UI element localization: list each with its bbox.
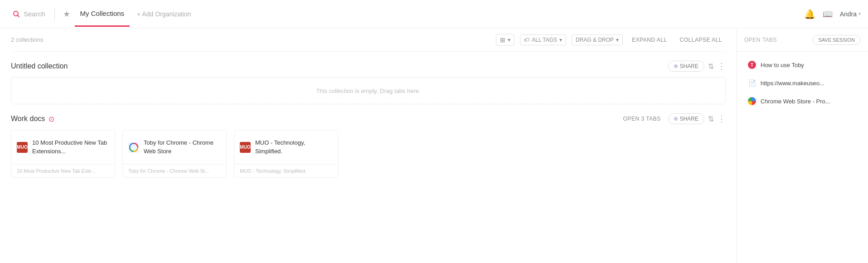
card-top: MUO MUO - Technology, Simplified. xyxy=(234,130,338,164)
tab-favicon: T xyxy=(748,61,756,69)
work-docs-sort-icon[interactable]: ⇅ xyxy=(708,115,714,123)
user-name: Andra xyxy=(840,10,857,18)
card-title: Toby for Chrome - Chrome Web Store xyxy=(144,139,221,155)
card-footer: Toby for Chrome - Chrome Web St... xyxy=(123,164,226,177)
notifications-icon[interactable]: 🔔 xyxy=(804,9,815,19)
card-title: 10 Most Productive New Tab Extensions... xyxy=(32,139,109,155)
untitled-share-button[interactable]: SHARE xyxy=(668,61,704,72)
open-tabs-label: OPEN TABS xyxy=(744,37,777,43)
card-title: MUO - Technology, Simplified. xyxy=(255,139,332,155)
user-chevron-icon: ▾ xyxy=(858,11,861,16)
card-footer: MUO - Technology, Simplified. xyxy=(234,164,338,177)
sidebar-tab-label: How to use Toby xyxy=(761,62,804,68)
nav-right: 🔔 📖 Andra ▾ xyxy=(804,9,861,19)
search-icon xyxy=(13,10,20,18)
share-dot-icon-2 xyxy=(674,117,678,121)
tab-favicon xyxy=(748,97,756,105)
add-organization-button[interactable]: + Add Organization xyxy=(137,10,191,18)
drag-drop-button[interactable]: DRAG & DROP ▾ xyxy=(572,34,623,45)
work-docs-collection: Work docs ⊙ OPEN 3 TABS SHARE ⇅ ⋮ MUO 10… xyxy=(11,113,726,178)
my-collections-tab[interactable]: My Collections xyxy=(75,10,130,27)
work-docs-actions: OPEN 3 TABS SHARE ⇅ ⋮ xyxy=(620,113,726,124)
all-tags-label: ALL TAGS xyxy=(532,37,557,43)
untitled-sort-icon[interactable]: ⇅ xyxy=(708,62,714,71)
work-docs-header: Work docs ⊙ OPEN 3 TABS SHARE ⇅ ⋮ xyxy=(11,113,726,124)
sidebar-tabs-list: T How to use Toby 📄 https://www.makeuseo… xyxy=(737,52,868,263)
work-docs-card-0[interactable]: MUO 10 Most Productive New Tab Extension… xyxy=(11,130,115,178)
drag-drop-chevron: ▾ xyxy=(616,37,619,43)
sidebar-tab-label: Chrome Web Store - Pro... xyxy=(761,98,830,105)
grid-icon: ⊞ xyxy=(500,36,505,44)
grid-view-button[interactable]: ⊞ ▾ xyxy=(496,34,514,46)
collapse-all-button[interactable]: COLLAPSE ALL xyxy=(676,35,726,45)
card-favicon xyxy=(128,142,139,153)
collections-count: 2 collections xyxy=(11,36,44,43)
work-docs-more-icon[interactable]: ⋮ xyxy=(718,114,726,124)
work-docs-card-2[interactable]: MUO MUO - Technology, Simplified. MUO - … xyxy=(234,130,338,178)
svg-line-1 xyxy=(18,15,19,17)
work-docs-cards: MUO 10 Most Productive New Tab Extension… xyxy=(11,130,726,178)
work-docs-share-label: SHARE xyxy=(680,116,698,122)
tab-favicon: 📄 xyxy=(748,79,756,87)
sidebar-tab-item-0[interactable]: T How to use Toby xyxy=(741,56,864,73)
save-session-button[interactable]: SAVE SESSION xyxy=(813,35,861,45)
work-docs-toggle-icon[interactable]: ⊙ xyxy=(48,115,54,123)
untitled-collection: Untitled collection SHARE ⇅ ⋮ This colle… xyxy=(11,61,726,104)
all-tags-button[interactable]: 🏷 ALL TAGS ▾ xyxy=(520,34,566,45)
card-top: MUO 10 Most Productive New Tab Extension… xyxy=(11,130,115,164)
card-footer: 10 Most Productive New Tab Exte... xyxy=(11,164,115,177)
untitled-more-icon[interactable]: ⋮ xyxy=(718,61,726,71)
untitled-collection-actions: SHARE ⇅ ⋮ xyxy=(668,61,726,72)
open-3-tabs-button[interactable]: OPEN 3 TABS xyxy=(620,114,664,124)
card-favicon: MUO xyxy=(17,142,28,153)
untitled-collection-header: Untitled collection SHARE ⇅ ⋮ xyxy=(11,61,726,72)
sidebar-tab-item-2[interactable]: Chrome Web Store - Pro... xyxy=(741,93,864,110)
tags-chevron: ▾ xyxy=(559,37,562,43)
left-content: 2 collections ⊞ ▾ 🏷 ALL TAGS ▾ DRAG & DR… xyxy=(0,28,737,263)
work-docs-card-1[interactable]: Toby for Chrome - Chrome Web Store Toby … xyxy=(122,130,227,178)
top-nav: Search ★ My Collections + Add Organizati… xyxy=(0,0,868,28)
nav-divider xyxy=(54,7,55,21)
sidebar-tab-label: https://www.makeuseo... xyxy=(761,80,824,87)
card-top: Toby for Chrome - Chrome Web Store xyxy=(123,130,226,164)
sidebar-header: OPEN TABS SAVE SESSION xyxy=(737,28,868,52)
card-favicon: MUO xyxy=(240,142,251,153)
tag-icon: 🏷 xyxy=(524,37,529,43)
sidebar-tab-item-1[interactable]: 📄 https://www.makeuseo... xyxy=(741,74,864,92)
untitled-empty-message: This collection is empty. Drag tabs here… xyxy=(11,77,726,104)
expand-all-button[interactable]: EXPAND ALL xyxy=(628,35,670,45)
work-docs-title: Work docs xyxy=(11,115,45,123)
work-docs-share-button[interactable]: SHARE xyxy=(668,113,704,124)
untitled-collection-title: Untitled collection xyxy=(11,62,668,70)
main-layout: 2 collections ⊞ ▾ 🏷 ALL TAGS ▾ DRAG & DR… xyxy=(0,28,868,263)
grid-chevron: ▾ xyxy=(508,37,510,43)
bookmarks-icon[interactable]: 📖 xyxy=(823,9,833,19)
favorites-icon[interactable]: ★ xyxy=(58,9,75,19)
right-sidebar: OPEN TABS SAVE SESSION T How to use Toby… xyxy=(737,28,868,263)
search-button[interactable]: Search xyxy=(7,10,51,18)
search-label: Search xyxy=(24,10,45,18)
drag-drop-label: DRAG & DROP xyxy=(576,37,614,43)
untitled-share-label: SHARE xyxy=(680,63,698,69)
toolbar: 2 collections ⊞ ▾ 🏷 ALL TAGS ▾ DRAG & DR… xyxy=(11,28,726,52)
share-dot-icon xyxy=(674,64,678,68)
user-menu[interactable]: Andra ▾ xyxy=(840,10,861,18)
